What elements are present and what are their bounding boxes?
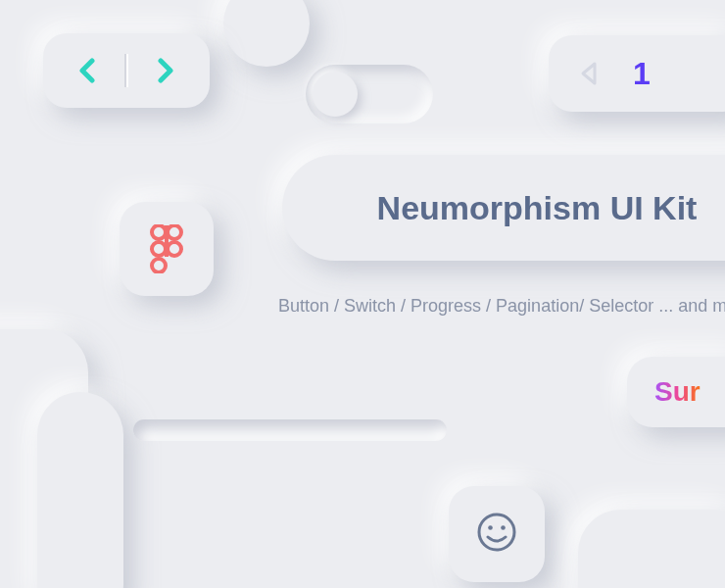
- subtitle: Button / Switch / Progress / Pagination/…: [278, 296, 725, 317]
- vertical-bar: [37, 392, 123, 588]
- decorative-circle: [223, 0, 310, 67]
- smiley-card[interactable]: [449, 486, 545, 582]
- sun-button-label: Sur: [654, 376, 701, 408]
- sun-button[interactable]: Sur: [627, 357, 725, 427]
- svg-point-1: [168, 225, 181, 239]
- svg-point-7: [488, 525, 493, 530]
- bottom-right-panel: [578, 510, 725, 588]
- toggle-switch-knob: [313, 72, 358, 117]
- page-title: Neumorphism UI Kit: [377, 189, 698, 227]
- divider: [124, 54, 128, 87]
- chevron-right-icon[interactable]: [154, 58, 175, 83]
- svg-point-4: [152, 259, 166, 272]
- pagination-current: 1: [633, 56, 651, 92]
- triangle-left-icon[interactable]: [578, 61, 600, 86]
- svg-point-0: [152, 225, 166, 239]
- svg-point-3: [168, 242, 181, 256]
- progress-bar[interactable]: [133, 419, 447, 441]
- svg-point-2: [152, 242, 166, 256]
- prev-next-control: [43, 33, 210, 108]
- svg-point-6: [479, 514, 514, 550]
- pagination: 1: [549, 35, 725, 112]
- chevron-left-icon[interactable]: [77, 58, 99, 83]
- figma-icon: [150, 224, 183, 273]
- smiley-icon: [476, 512, 517, 557]
- title-pill: Neumorphism UI Kit: [282, 155, 725, 261]
- figma-card[interactable]: [120, 202, 214, 296]
- toggle-switch[interactable]: [306, 65, 433, 123]
- svg-point-8: [501, 525, 506, 530]
